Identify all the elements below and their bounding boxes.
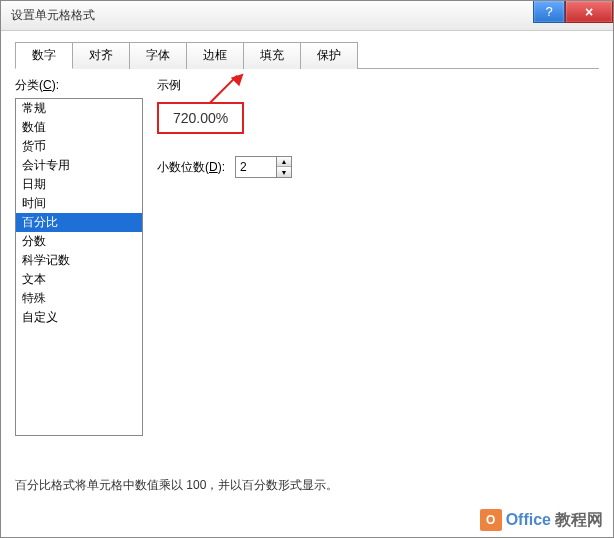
- category-item[interactable]: 分数: [16, 232, 142, 251]
- close-icon: ×: [585, 4, 593, 20]
- decimal-input[interactable]: [236, 158, 276, 176]
- category-listbox[interactable]: 常规 数值 货币 会计专用 日期 时间 百分比 分数 科学记数 文本 特殊 自定…: [15, 98, 143, 436]
- tab-protect[interactable]: 保护: [300, 42, 358, 69]
- tab-number[interactable]: 数字: [15, 42, 73, 69]
- watermark-brand2: 教程网: [555, 510, 603, 531]
- main-columns: 分类(C): 常规 数值 货币 会计专用 日期 时间 百分比 分数 科学记数 文…: [15, 77, 599, 436]
- category-item[interactable]: 自定义: [16, 308, 142, 327]
- spinner-up-button[interactable]: ▲: [277, 157, 291, 167]
- tab-font[interactable]: 字体: [129, 42, 187, 69]
- brand-icon: O: [480, 509, 502, 531]
- category-item[interactable]: 日期: [16, 175, 142, 194]
- example-label: 示例: [157, 77, 599, 94]
- help-icon: ?: [545, 4, 552, 19]
- dialog-window: 设置单元格格式 ? × 数字 对齐 字体 边框 填充 保护 分类(C): 常规 …: [0, 0, 614, 538]
- spinner-down-button[interactable]: ▼: [277, 167, 291, 177]
- titlebar-buttons: ? ×: [533, 1, 613, 23]
- category-panel: 分类(C): 常规 数值 货币 会计专用 日期 时间 百分比 分数 科学记数 文…: [15, 77, 143, 436]
- dialog-content: 数字 对齐 字体 边框 填充 保护 分类(C): 常规 数值 货币 会计专用 日…: [1, 31, 613, 537]
- decimal-label: 小数位数(D):: [157, 159, 225, 176]
- spinner-buttons: ▲ ▼: [276, 157, 291, 177]
- window-title: 设置单元格格式: [11, 7, 95, 24]
- settings-panel: 示例 720.00% 小数位数(D): ▲ ▼: [157, 77, 599, 436]
- decimal-row: 小数位数(D): ▲ ▼: [157, 156, 599, 178]
- watermark: O Office 教程网: [480, 509, 603, 531]
- titlebar: 设置单元格格式 ? ×: [1, 1, 613, 31]
- category-item[interactable]: 会计专用: [16, 156, 142, 175]
- chevron-down-icon: ▼: [281, 169, 288, 176]
- chevron-up-icon: ▲: [281, 158, 288, 165]
- category-item[interactable]: 常规: [16, 99, 142, 118]
- watermark-brand1: Office: [506, 511, 551, 529]
- format-description: 百分比格式将单元格中数值乘以 100，并以百分数形式显示。: [15, 477, 338, 494]
- decimal-spinner: ▲ ▼: [235, 156, 292, 178]
- category-item[interactable]: 科学记数: [16, 251, 142, 270]
- category-item[interactable]: 货币: [16, 137, 142, 156]
- tab-border[interactable]: 边框: [186, 42, 244, 69]
- category-item[interactable]: 数值: [16, 118, 142, 137]
- close-button[interactable]: ×: [565, 1, 613, 23]
- tab-fill[interactable]: 填充: [243, 42, 301, 69]
- category-item[interactable]: 时间: [16, 194, 142, 213]
- tab-bar: 数字 对齐 字体 边框 填充 保护: [15, 41, 599, 69]
- help-button[interactable]: ?: [533, 1, 565, 23]
- example-value: 720.00%: [173, 110, 228, 126]
- example-value-box: 720.00%: [157, 102, 244, 134]
- category-item-selected[interactable]: 百分比: [16, 213, 142, 232]
- tab-align[interactable]: 对齐: [72, 42, 130, 69]
- category-item[interactable]: 文本: [16, 270, 142, 289]
- category-item[interactable]: 特殊: [16, 289, 142, 308]
- category-label: 分类(C):: [15, 77, 143, 94]
